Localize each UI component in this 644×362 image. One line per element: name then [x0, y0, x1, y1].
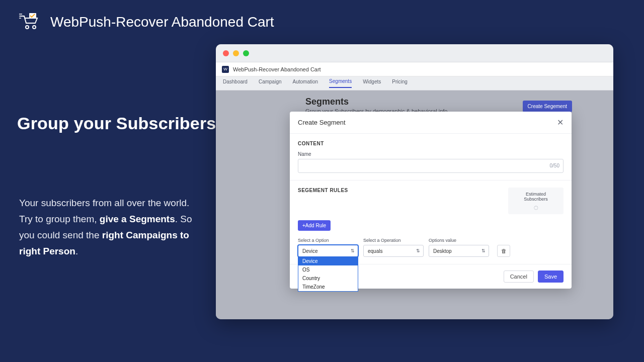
trash-icon: 🗑 [501, 248, 507, 254]
brand-title: WebPush-Recover Abandoned Cart [50, 14, 274, 30]
estimated-subscribers-box: Estimated Subscribers ◌ [508, 188, 564, 214]
app-icon: W [222, 66, 229, 73]
tab-automation[interactable]: Automation [293, 79, 318, 87]
modal-title: Create Segment [298, 119, 346, 126]
window-zoom-icon[interactable] [243, 50, 249, 56]
rule-operation-value: equals [368, 248, 382, 254]
hero-line2-bold: give a Segments [100, 214, 175, 224]
rule-option-col: Select a Option Device ⇅ Device OS Count… [298, 238, 358, 257]
modal-section-rules: Estimated Subscribers ◌ SEGEMENT RULES +… [290, 180, 572, 264]
loading-spinner-icon: ◌ [513, 205, 558, 210]
tab-dashboard[interactable]: Dashboard [223, 79, 248, 87]
add-rule-button[interactable]: +Add Rule [298, 220, 331, 231]
rule-value-label: Options value [429, 238, 489, 243]
estimated-label: Estimated Subscribers [513, 192, 558, 202]
app-title-row: W WebPush-Recover Abandoned Cart [216, 62, 613, 76]
rule-option-select[interactable]: Device ⇅ [298, 245, 358, 257]
window-minimize-icon[interactable] [233, 50, 239, 56]
window-close-icon[interactable] [223, 50, 229, 56]
tab-segments[interactable]: Segments [329, 78, 352, 88]
chevron-updown-icon: ⇅ [351, 248, 355, 253]
hero-heading: Group your Subscribers [17, 114, 216, 133]
chevron-updown-icon: ⇅ [481, 248, 486, 253]
window-titlebar [216, 44, 613, 62]
modal-section-content: CONTENT Name 0/50 [290, 134, 572, 180]
hero-line3-suffix: . [75, 246, 78, 256]
rule-operation-label: Select a Operation [363, 238, 424, 243]
cart-logo-icon [19, 13, 41, 31]
rule-value-value: Desktop [433, 248, 452, 254]
app-content: Segments Group your Subscribers by demog… [216, 90, 613, 319]
hero-copy: Your subscribers from all over the world… [19, 195, 205, 259]
svg-point-0 [26, 26, 29, 29]
rule-option-dropdown: Device OS Country TimeZone [298, 257, 358, 292]
app-tabs: Dashboard Campaign Automation Segments W… [216, 76, 613, 90]
rule-option-value: Device [302, 248, 318, 254]
hero-line2-prefix: Try to group them, [19, 214, 100, 224]
chevron-updown-icon: ⇅ [416, 248, 420, 253]
tab-pricing[interactable]: Pricing [392, 79, 408, 87]
dropdown-option-os[interactable]: OS [298, 265, 358, 274]
create-segment-modal: Create Segment ✕ CONTENT Name 0/50 Estim… [290, 112, 572, 289]
create-segment-button[interactable]: Create Segement [523, 101, 572, 112]
tab-widgets[interactable]: Widgets [363, 79, 381, 87]
dropdown-option-timezone[interactable]: TimeZone [298, 283, 358, 291]
delete-rule-button[interactable]: 🗑 [497, 245, 510, 257]
rule-value-col: Options value Desktop ⇅ [429, 238, 489, 257]
save-button[interactable]: Save [538, 270, 564, 283]
rule-operation-select[interactable]: equals ⇅ [363, 245, 424, 257]
name-input-wrap: 0/50 [298, 159, 564, 173]
svg-point-1 [33, 26, 36, 29]
dropdown-option-country[interactable]: Country [298, 274, 358, 283]
brand-header: WebPush-Recover Abandoned Cart [19, 13, 274, 31]
char-count: 0/50 [550, 159, 559, 173]
name-label: Name [298, 151, 564, 157]
rule-operation-col: Select a Operation equals ⇅ [363, 238, 424, 257]
close-icon[interactable]: ✕ [557, 118, 564, 127]
rule-value-select[interactable]: Desktop ⇅ [429, 245, 489, 257]
app-title: WebPush-Recover Abandoned Cart [233, 66, 321, 72]
section-content-label: CONTENT [298, 141, 564, 146]
rule-option-label: Select a Option [298, 238, 358, 243]
rule-row: Select a Option Device ⇅ Device OS Count… [298, 238, 564, 257]
tab-campaign[interactable]: Campaign [259, 79, 282, 87]
app-window: W WebPush-Recover Abandoned Cart Dashboa… [216, 44, 613, 319]
dropdown-option-device[interactable]: Device [298, 257, 358, 265]
cancel-button[interactable]: Cancel [504, 270, 534, 283]
modal-header: Create Segment ✕ [290, 112, 572, 134]
hero-line1: Your subscribers from all over the world… [19, 198, 189, 208]
name-input[interactable] [298, 159, 564, 173]
